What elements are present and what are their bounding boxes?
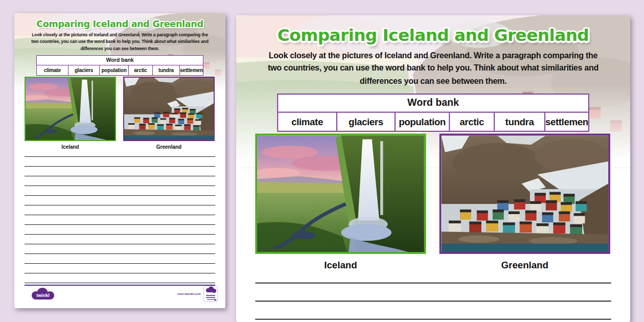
twinkl-logo: twinkl xyxy=(30,288,56,302)
worksheet-page: Comparing Iceland and Greenland Look clo… xyxy=(236,15,630,322)
writing-lines xyxy=(25,147,215,283)
writing-line xyxy=(25,273,215,283)
instructions-line-1: Look closely at the pictures of Iceland … xyxy=(24,32,216,38)
word-bank-cell-settlement: settlement xyxy=(180,65,203,75)
writing-line xyxy=(25,225,215,235)
greenland-settlement-photo xyxy=(124,78,214,140)
instructions-line-1: Look closely at the pictures of Iceland … xyxy=(254,50,613,62)
writing-line xyxy=(25,264,215,273)
writing-line xyxy=(25,205,215,215)
writing-line xyxy=(25,167,215,176)
writing-line xyxy=(25,244,215,254)
writing-line xyxy=(255,265,611,283)
worksheet-instructions: Look closely at the pictures of Iceland … xyxy=(254,50,613,88)
word-bank-cell-tundra: tundra xyxy=(495,112,545,130)
word-bank-cell-arctic: arctic xyxy=(129,65,153,75)
writing-line xyxy=(25,147,215,157)
writing-line xyxy=(255,284,611,302)
word-bank-cell-population: population xyxy=(396,112,450,130)
greenland-settlement-photo xyxy=(441,135,608,252)
word-bank-cell-glaciers: glaciers xyxy=(337,112,396,130)
word-bank-table: Word bank climate glaciers population ar… xyxy=(36,55,203,76)
word-bank-cell-climate: climate xyxy=(37,65,68,75)
photo-row xyxy=(255,134,611,254)
greenland-photo-frame xyxy=(123,77,215,141)
thumbnail-sheet-holder: Comparing Iceland and Greenland Look clo… xyxy=(14,13,225,308)
writing-line xyxy=(255,320,611,322)
iceland-photo-frame xyxy=(255,134,426,254)
writing-line xyxy=(25,186,215,196)
greenland-photo-frame xyxy=(440,134,610,254)
iceland-waterfall-photo xyxy=(26,78,115,140)
twinkl-logo-text: twinkl xyxy=(36,293,50,298)
worksheet-instructions: Look closely at the pictures of Iceland … xyxy=(24,32,216,52)
iceland-photo-frame xyxy=(25,77,116,141)
twinkl-quality-badge xyxy=(203,286,218,302)
page-background: Comparing Iceland and Greenland Look clo… xyxy=(0,0,644,322)
word-bank-row: climate glaciers population arctic tundr… xyxy=(278,112,588,130)
writing-lines xyxy=(255,265,611,322)
instructions-line-3: differences you can see between them. xyxy=(24,45,216,52)
worksheet-zoomed-panel: Comparing Iceland and Greenland Look clo… xyxy=(236,15,630,322)
writing-line xyxy=(25,157,215,167)
zoomed-sheet-holder: Comparing Iceland and Greenland Look clo… xyxy=(236,15,630,322)
writing-line xyxy=(25,176,215,186)
word-bank-cell-arctic: arctic xyxy=(450,112,495,130)
word-bank-cell-glaciers: glaciers xyxy=(68,65,100,75)
instructions-line-2: two countries, you can use the word bank… xyxy=(254,62,613,75)
worksheet-title: Comparing Iceland and Greenland xyxy=(14,19,225,29)
instructions-line-2: two countries, you can use the word bank… xyxy=(24,38,216,45)
word-bank-cell-climate: climate xyxy=(278,112,337,130)
instructions-line-3: differences you can see between them. xyxy=(254,75,613,88)
word-bank-cell-tundra: tundra xyxy=(153,65,180,75)
writing-line xyxy=(25,235,215,244)
worksheet-page: Comparing Iceland and Greenland Look clo… xyxy=(14,13,225,308)
word-bank-header: Word bank xyxy=(278,95,588,112)
worksheet-title: Comparing Iceland and Greenland xyxy=(236,26,630,45)
word-bank-cell-population: population xyxy=(100,65,129,75)
word-bank-row: climate glaciers population arctic tundr… xyxy=(37,65,203,75)
writing-line xyxy=(25,215,215,225)
word-bank-table: Word bank climate glaciers population ar… xyxy=(277,94,589,131)
footer-divider xyxy=(25,285,215,286)
iceland-waterfall-photo xyxy=(257,135,424,252)
writing-line xyxy=(25,254,215,264)
writing-line xyxy=(255,302,611,319)
word-bank-header: Word bank xyxy=(37,56,203,65)
writing-line xyxy=(25,196,215,205)
worksheet-thumbnail-panel: Comparing Iceland and Greenland Look clo… xyxy=(14,13,225,308)
photo-row xyxy=(25,77,215,141)
word-bank-cell-settlement: settlement xyxy=(545,112,588,130)
visit-twinkl-text: visit twinkl.com xyxy=(177,292,201,295)
